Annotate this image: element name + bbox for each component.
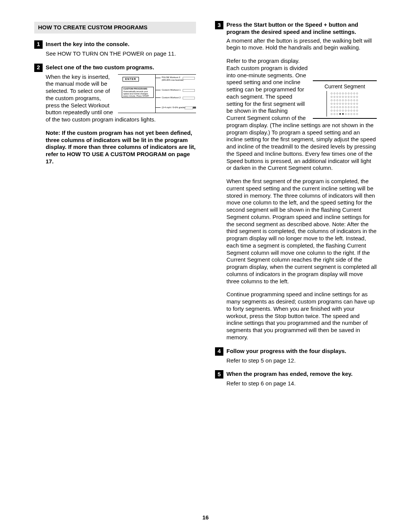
step-1-body: See HOW TO TURN ON THE POWER on page 11. [46,50,196,58]
manual-page: HOW TO CREATE CUSTOM PROGRAMS 1 Insert t… [0,0,411,532]
step-3-p3: When the first segment of the program is… [226,178,377,285]
step-4-title: Follow your progress with the four displ… [226,347,346,355]
step-2-title: Select one of the two custom programs. [46,64,154,71]
step-1: 1 Insert the key into the console. See H… [34,40,196,64]
step-5-body: Refer to step 6 on page 14. [226,380,377,387]
segment-dot-matrix: ○○○○○○○○○○ ○○○○○○○○○○ ○○○○○○○○○○ ○○○○○○○… [314,90,375,116]
diag-cp-title: CUSTOM PROGRAMS [123,88,152,91]
content: HOW TO CREATE CUSTOM PROGRAMS 1 Insert t… [34,21,377,396]
diag-cp-body: Automatically records your speed and inc… [123,90,152,97]
step-number-badge: 3 [215,21,223,29]
step-3: 3 Press the Start button or the Speed + … [215,21,377,347]
step-number-badge: 4 [215,347,223,356]
segment-diag-label: Current Segment [314,83,375,90]
step-4: 4 Follow your progress with the four dis… [215,347,377,371]
step-1-title: Insert the key into the console. [46,40,129,48]
diag-cw2: Custom Workout 2 [162,96,181,99]
diag-pulse-label: PULSE Workout 2 (65%-80% max heartrate) [162,76,183,82]
step-number-badge: 5 [215,370,223,379]
page-number: 16 [0,514,411,521]
step-4-body: Refer to step 5 on page 12. [226,357,377,364]
step-5-title: When the program has ended, remove the k… [226,370,352,378]
step-2-note: Note: If the custom program has not yet … [46,129,196,165]
step-number-badge: 2 [34,64,43,72]
diag-cw1: Custom Workout 1 [162,89,181,92]
segment-diagram: Current Segment ○○○○○○○○○○ ○○○○○○○○○○ ○○… [313,80,377,119]
step-2: 2 Select one of the two custom programs.… [34,64,196,171]
step-3-title: Press the Start button or the Speed + bu… [226,21,377,36]
step-3-p1: A moment after the button is pressed, th… [226,37,377,52]
diag-enter-label: ENTER [123,77,139,82]
step-5: 5 When the program has ended, remove the… [215,370,377,393]
step-number-badge: 1 [34,40,43,49]
step-3-p4: Continue programming speed and incline s… [226,291,377,341]
console-diagram: ENTER PULSE Workout 2 (65%-80% max heart… [118,74,196,113]
diag-foot: (2-4 mph / 0-6% grade) [162,106,185,109]
section-heading: HOW TO CREATE CUSTOM PROGRAMS [34,22,196,34]
